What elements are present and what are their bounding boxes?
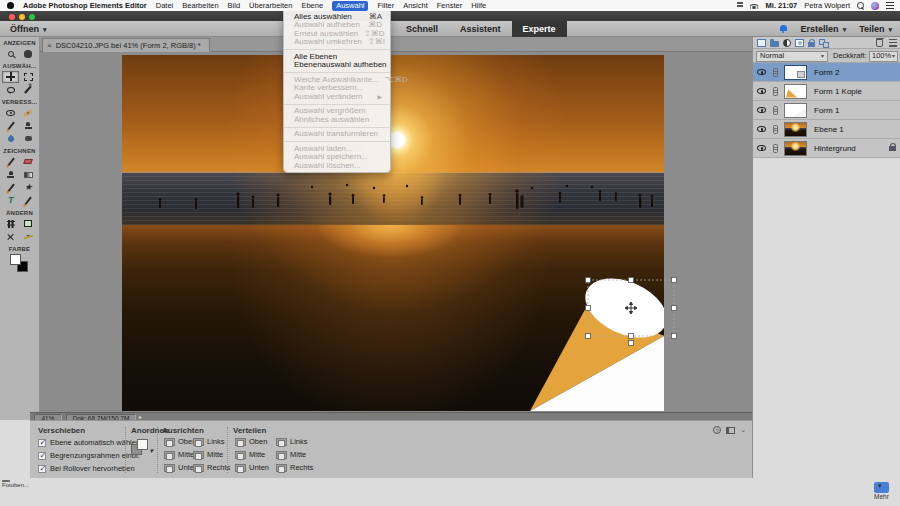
shape-tool-icon[interactable]: ★	[20, 182, 37, 194]
share-button[interactable]: Teilen	[859, 24, 892, 34]
tab-schnell[interactable]: Schnell	[395, 21, 449, 37]
straighten-tool-icon[interactable]	[20, 231, 37, 243]
menu-bild[interactable]: Bild	[228, 1, 241, 10]
help-icon[interactable]: ?	[713, 426, 721, 434]
move-tool-icon[interactable]	[2, 71, 19, 83]
new-layer-icon[interactable]	[757, 39, 766, 47]
distribute-right-button[interactable]: Rechts	[276, 463, 313, 472]
layer-mask-icon[interactable]	[795, 39, 804, 47]
delete-layer-icon[interactable]	[876, 39, 883, 47]
recompose-tool-icon[interactable]	[20, 218, 37, 230]
align-center-button[interactable]: Mitte	[193, 450, 223, 459]
layer-row-hintergrund[interactable]: Hintergrund	[753, 139, 900, 158]
menubar-user[interactable]: Petra Wolpert	[804, 1, 850, 10]
layer-visibility-icon[interactable]	[757, 69, 766, 75]
distribute-bottom-button[interactable]: Unten	[235, 463, 269, 472]
collapse-panel-icon[interactable]: ⌄	[740, 426, 746, 434]
healing-brush-tool-icon[interactable]	[20, 107, 37, 119]
quick-selection-tool-icon[interactable]	[20, 84, 37, 96]
layer-thumbnail[interactable]	[784, 84, 807, 99]
menu-ebene[interactable]: Ebene	[301, 1, 323, 10]
marquee-tool-icon[interactable]	[20, 71, 37, 83]
layer-row-form-2[interactable]: Form 2	[753, 63, 900, 82]
panel-menu-icon[interactable]	[889, 39, 897, 47]
distribute-center-button[interactable]: Mitte	[276, 450, 306, 459]
highlight-on-rollover-checkbox[interactable]: Bei Rollover hervorheben	[38, 464, 135, 473]
layer-visibility-icon[interactable]	[757, 126, 766, 132]
new-group-icon[interactable]	[770, 41, 779, 47]
siri-icon[interactable]	[871, 2, 879, 10]
lasso-tool-icon[interactable]	[2, 84, 19, 96]
menubar-app-name[interactable]: Adobe Photoshop Elements Editor	[23, 1, 147, 10]
blend-mode-select[interactable]: Normal▾	[756, 51, 828, 62]
layer-thumbnail[interactable]	[784, 141, 807, 156]
red-eye-tool-icon[interactable]	[2, 107, 19, 119]
distribute-middle-button[interactable]: Mitte	[235, 450, 265, 459]
menubar-clock[interactable]: Mi. 21:07	[766, 1, 798, 10]
layer-visibility-icon[interactable]	[757, 145, 766, 151]
smart-brush-tool-icon[interactable]	[2, 120, 19, 132]
status-arrow-icon[interactable]: ▸	[139, 413, 142, 420]
wifi-icon[interactable]	[750, 2, 759, 9]
menu-ueberarbeiten[interactable]: Überarbeiten	[249, 1, 292, 10]
layer-visibility-icon[interactable]	[757, 88, 766, 94]
layer-visibility-icon[interactable]	[757, 107, 766, 113]
eraser-tool-icon[interactable]	[20, 156, 37, 168]
align-top-button[interactable]: Oben	[164, 437, 196, 446]
close-tab-icon[interactable]	[47, 39, 52, 52]
eyedropper-tool-icon[interactable]	[2, 182, 19, 194]
layer-row-ebene-1[interactable]: Ebene 1	[753, 120, 900, 139]
open-button[interactable]: Öffnen	[10, 21, 47, 37]
notifications-bell-icon[interactable]	[779, 25, 788, 34]
zoom-window-button[interactable]	[29, 14, 35, 20]
layer-thumbnail[interactable]	[784, 122, 807, 137]
type-tool-icon[interactable]: T	[2, 195, 19, 207]
blur-tool-icon[interactable]	[2, 133, 19, 145]
sponge-tool-icon[interactable]	[20, 133, 37, 145]
color-swatches[interactable]	[8, 254, 32, 274]
menu-fenster[interactable]: Fenster	[437, 1, 462, 10]
align-right-button[interactable]: Rechts	[193, 463, 230, 472]
opacity-select[interactable]: 100%▾	[869, 51, 898, 62]
menu-filter[interactable]: Filter	[377, 1, 394, 10]
more-panels-button[interactable]: Mehr	[874, 482, 889, 500]
menu-item-ebenenauswahl-aufheben[interactable]: Ebenenauswahl aufheben	[284, 61, 390, 70]
clone-stamp-tool-icon[interactable]	[20, 120, 37, 132]
align-left-button[interactable]: Links	[193, 437, 225, 446]
align-middle-button[interactable]: Mitte	[164, 450, 194, 459]
pencil-tool-icon[interactable]	[20, 195, 37, 207]
create-button[interactable]: Erstellen	[801, 24, 847, 34]
brush-tool-icon[interactable]	[2, 156, 19, 168]
input-source-icon[interactable]	[737, 2, 743, 9]
panel-toggle-icon[interactable]	[726, 427, 735, 434]
photo-sunset-beach[interactable]	[122, 55, 664, 411]
menu-bearbeiten[interactable]: Bearbeiten	[182, 1, 218, 10]
distribute-left-button[interactable]: Links	[276, 437, 308, 446]
menu-datei[interactable]: Datei	[156, 1, 174, 10]
hand-tool-icon[interactable]	[20, 48, 37, 60]
menu-ansicht[interactable]: Ansicht	[403, 1, 428, 10]
link-layers-icon[interactable]	[819, 39, 828, 47]
crop-tool-icon[interactable]	[2, 218, 19, 230]
foreground-color-swatch[interactable]	[10, 254, 21, 265]
gradient-tool-icon[interactable]	[20, 169, 37, 181]
minimize-window-button[interactable]	[19, 14, 25, 20]
document-tab[interactable]: DSC04210.JPG bei 41% (Form 2, RGB/8) *	[42, 38, 210, 52]
adjustment-layer-icon[interactable]	[783, 39, 791, 47]
menu-hilfe[interactable]: Hilfe	[471, 1, 486, 10]
zoom-tool-icon[interactable]	[2, 48, 19, 60]
spotlight-search-icon[interactable]	[857, 2, 864, 9]
layer-thumbnail[interactable]	[784, 65, 807, 80]
layer-thumbnail[interactable]	[784, 103, 807, 118]
close-window-button[interactable]	[9, 14, 15, 20]
tab-experte[interactable]: Experte	[512, 21, 567, 37]
distribute-top-button[interactable]: Oben	[235, 437, 267, 446]
content-aware-move-tool-icon[interactable]	[2, 231, 19, 243]
arrange-button[interactable]: ▾	[131, 439, 153, 457]
paint-bucket-tool-icon[interactable]	[2, 169, 19, 181]
apple-menu-icon[interactable]	[7, 2, 14, 9]
layer-row-form-1-kopie[interactable]: Form 1 Kopie	[753, 82, 900, 101]
canvas-area[interactable]: DSC04210.JPG bei 41% (Form 2, RGB/8) *	[40, 37, 752, 412]
layer-row-form-1[interactable]: Form 1	[753, 101, 900, 120]
lock-layer-icon[interactable]	[808, 42, 815, 47]
